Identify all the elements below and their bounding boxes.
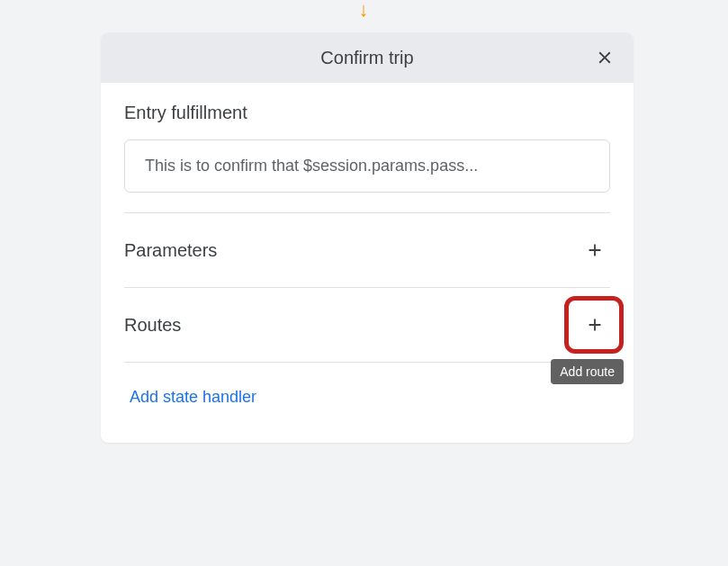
plus-icon (585, 315, 605, 335)
routes-section: Routes Add route (124, 288, 610, 362)
panel-body: Entry fulfillment This is to confirm tha… (101, 83, 634, 443)
add-state-handler-row: Add state handler (124, 363, 610, 443)
arrow-down-indicator: ↓ (359, 0, 369, 20)
panel-title: Confirm trip (320, 48, 413, 68)
add-state-handler-link[interactable]: Add state handler (130, 388, 256, 406)
entry-fulfillment-heading: Entry fulfillment (124, 83, 610, 139)
add-parameter-button[interactable] (580, 235, 610, 265)
routes-label: Routes (124, 315, 181, 336)
add-route-button[interactable] (580, 310, 610, 340)
parameters-label: Parameters (124, 240, 217, 261)
panel-header: Confirm trip (101, 32, 634, 83)
close-button[interactable] (592, 45, 617, 70)
confirm-trip-panel: Confirm trip Entry fulfillment This is t… (101, 32, 634, 443)
add-route-tooltip: Add route (551, 359, 624, 384)
entry-fulfillment-field[interactable]: This is to confirm that $session.params.… (124, 139, 610, 193)
parameters-section: Parameters (124, 213, 610, 287)
close-icon (595, 48, 615, 67)
plus-icon (585, 240, 605, 260)
